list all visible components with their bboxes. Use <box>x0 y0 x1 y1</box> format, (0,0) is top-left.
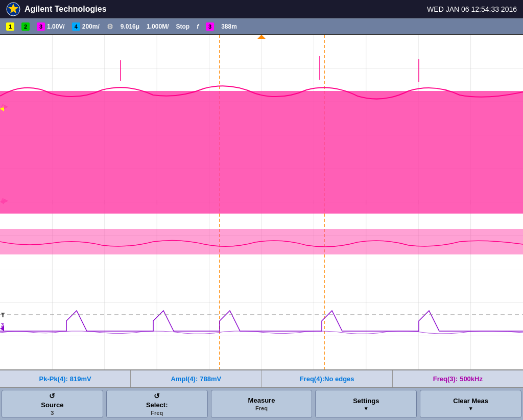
meas-ampl-value: 788mV <box>200 375 221 383</box>
measure-sub: Freq <box>255 405 268 411</box>
settings-gear-icon: ⚙ <box>104 21 116 32</box>
settings-button[interactable]: Settings ▼ <box>315 390 417 418</box>
trigger-ch: 3 <box>203 21 217 32</box>
meas-freq3: Freq(3): 500kHz <box>393 370 523 387</box>
ch3-indicator: 3 1.00V/ <box>34 21 68 32</box>
agilent-logo <box>6 2 20 16</box>
measure-button[interactable]: Measure Freq <box>211 390 313 418</box>
measurements-bar: Pk-Pk(4): 819mV Ampl(4): 788mV Freq(4):N… <box>0 369 523 388</box>
trigger-icon: f <box>194 22 202 31</box>
meas-pkpk-label: Pk-Pk(4): <box>39 375 67 383</box>
meas-freq3-label: Freq(3): <box>433 375 458 383</box>
ch3-scale: 1.00V/ <box>47 23 65 30</box>
ch1-indicator: 1 <box>3 21 17 32</box>
run-state: Stop <box>173 22 193 31</box>
meas-ampl-label: Ampl(4): <box>171 375 198 383</box>
svg-text:T: T <box>1 312 5 319</box>
settings-arrow-icon: ▼ <box>364 406 369 411</box>
select-label: Select: <box>146 401 168 409</box>
meas-pkpk: Pk-Pk(4): 819mV <box>0 370 131 387</box>
meas-ampl: Ampl(4): 788mV <box>131 370 262 387</box>
trig-level: 388m <box>218 22 240 31</box>
meas-freq4: Freq(4):No edges <box>262 370 393 387</box>
timebase-value: 9.016μ <box>117 22 142 31</box>
meas-freq4-label: Freq(4):No edges <box>300 375 354 383</box>
header: Agilent Technologies WED JAN 06 12:54:33… <box>0 0 523 18</box>
ch1-badge: 1 <box>6 22 14 31</box>
measure-label: Measure <box>248 396 275 404</box>
select-icon: ↺ <box>154 392 160 400</box>
source-sub: 3 <box>51 410 54 416</box>
source-label: Source <box>41 401 63 409</box>
svg-text:4▶: 4▶ <box>1 104 9 109</box>
clearmeas-arrow-icon: ▼ <box>468 406 473 411</box>
ch2-indicator: 2 <box>18 21 33 32</box>
clear-meas-button[interactable]: Clear Meas ▼ <box>420 390 521 418</box>
scope-area: T 3 4▶ 4▶ <box>0 35 523 369</box>
clearmeas-label: Clear Meas <box>453 397 488 405</box>
source-button[interactable]: ↺ Source 3 <box>2 390 103 418</box>
settings-label: Settings <box>353 397 379 405</box>
svg-text:4▶: 4▶ <box>1 198 9 203</box>
waveform-display: T 3 4▶ 4▶ <box>0 35 523 369</box>
select-button[interactable]: ↺ Select: Freq <box>106 390 208 418</box>
ch4-badge: 4 <box>72 22 80 31</box>
ch4-indicator: 4 200m/ <box>69 21 103 32</box>
ch3-badge: 3 <box>37 22 45 31</box>
toolbar: 1 2 3 1.00V/ 4 200m/ ⚙ 9.016μ 1.000M/ St… <box>0 18 523 35</box>
company-name: Agilent Technologies <box>25 5 107 14</box>
samplerate-value: 1.000M/ <box>144 22 172 31</box>
trig-ch-badge: 3 <box>206 22 214 31</box>
bottom-button-bar: ↺ Source 3 ↺ Select: Freq Measure Freq S… <box>0 388 523 420</box>
svg-text:3: 3 <box>1 322 4 328</box>
meas-pkpk-value: 819mV <box>70 375 91 383</box>
ch4-scale: 200m/ <box>82 23 100 30</box>
ch2-badge: 2 <box>21 22 30 31</box>
meas-freq3-value: 500kHz <box>460 375 483 383</box>
svg-rect-32 <box>0 91 523 214</box>
source-icon: ↺ <box>49 392 55 400</box>
timestamp: WED JAN 06 12:54:33 2016 <box>427 5 517 13</box>
select-sub: Freq <box>151 410 163 416</box>
header-left: Agilent Technologies <box>6 2 107 16</box>
